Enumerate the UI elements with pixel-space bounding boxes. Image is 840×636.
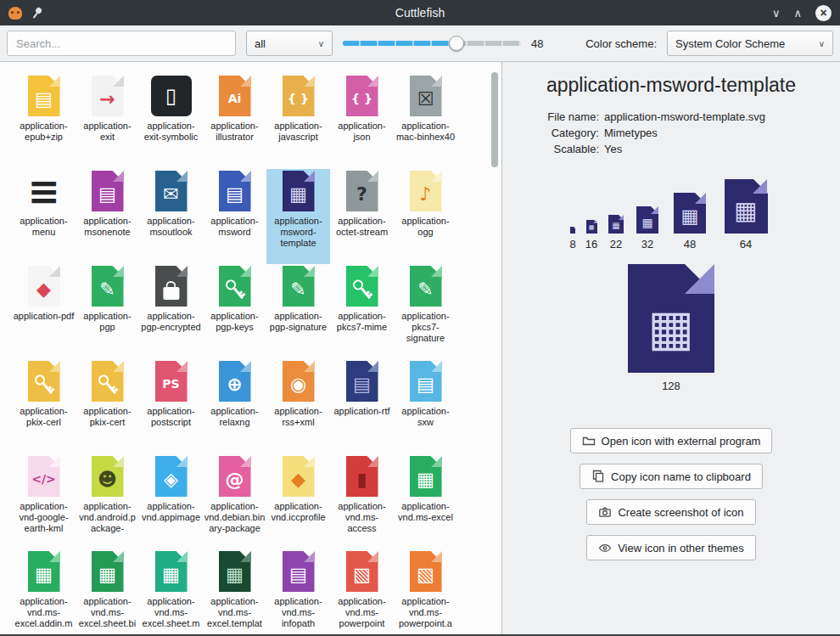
- button-label: View icon in other themes: [618, 542, 744, 554]
- icon-grid-item[interactable]: ▯application-exit-symbolic: [139, 74, 203, 169]
- emblem-glyph: Ai: [215, 93, 255, 104]
- icon-grid-item[interactable]: ▤application-msonenote: [76, 169, 139, 264]
- page-fold: [49, 361, 60, 372]
- icon-label: application-postscript: [141, 406, 202, 428]
- icon-size-slider[interactable]: [343, 35, 521, 52]
- icon-grid-item[interactable]: ▦application-vnd.ms-excel.addin.m: [12, 549, 76, 634]
- page-fold: [304, 171, 315, 182]
- open-external-button[interactable]: Open icon with external program: [570, 428, 773, 453]
- app-icon[interactable]: [8, 7, 22, 20]
- icon-label: application-vnd.ms-powerpoint: [332, 596, 393, 629]
- page-fold: [651, 206, 658, 214]
- icon-grid-item[interactable]: ▦application-msword-template: [266, 169, 330, 264]
- page-fold: [685, 264, 714, 294]
- icon-grid-item[interactable]: { }application-json: [330, 74, 394, 169]
- page-fold: [176, 456, 188, 467]
- icon-grid-item[interactable]: application-pkix-cert: [76, 359, 139, 454]
- preview-icon-64: ▦: [719, 179, 773, 234]
- icon-label: application-ogg: [395, 216, 456, 238]
- application-pgp-signature-icon: ✎: [278, 266, 319, 307]
- icon-grid-item[interactable]: ◆application-pdf: [12, 264, 76, 359]
- application-rtf-icon: ▤: [342, 361, 383, 402]
- icon-grid-item[interactable]: ◉application-rss+xml: [266, 359, 330, 454]
- icon-label: application-exit: [77, 121, 138, 143]
- icon-grid-item[interactable]: ✎application-pkcs7-signature: [394, 264, 457, 359]
- detail-title: application-msword-template: [546, 74, 796, 97]
- app-icon-eye: [17, 11, 20, 14]
- icon-grid-item[interactable]: PSapplication-postscript: [139, 359, 203, 454]
- icon-grid-item[interactable]: ▧application-vnd.ms-powerpoint.a: [394, 549, 457, 634]
- icon-grid-item[interactable]: ▤application-sxw: [394, 359, 457, 454]
- icon-grid-item[interactable]: ?application-octet-stream: [330, 169, 394, 264]
- icon-label: application-vnd-google-earth-kml: [14, 501, 75, 534]
- icon-grid-item[interactable]: application-pkix-cerl: [12, 359, 76, 454]
- preview-icon-128: ▦: [617, 264, 725, 373]
- application-pdf-icon: ◆: [24, 266, 64, 307]
- emblem-glyph: ▤: [278, 566, 319, 584]
- color-scheme-dropdown[interactable]: System Color Scheme ∨: [667, 31, 833, 56]
- icon-grid-item[interactable]: { }application-javascript: [266, 74, 330, 169]
- icon-grid-item[interactable]: ✎application-pgp: [76, 264, 139, 359]
- icon-grid-item[interactable]: ◈application-vnd.appimage: [139, 454, 203, 549]
- icon-label: application-mac-binhex40: [395, 121, 456, 143]
- application-vnd.ms-powerpoint-icon: ▧: [342, 551, 383, 592]
- application-mac-binhex40-icon: ☒: [406, 76, 446, 116]
- emblem-glyph: ▦: [278, 185, 319, 204]
- preview-icon-8: [569, 227, 576, 234]
- emblem-glyph: ?: [342, 185, 383, 204]
- detail-field-label: Category:: [516, 127, 599, 139]
- icon-grid-item[interactable]: application-pgp-encrypted: [139, 264, 203, 359]
- page-fold: [176, 361, 188, 372]
- category-filter-dropdown[interactable]: all ∨: [246, 31, 333, 56]
- icon-grid-item[interactable]: ◆application-vnd.iccprofile: [266, 454, 330, 549]
- icon-label: application-pgp-keys: [204, 311, 266, 333]
- emblem-glyph: ▧: [406, 566, 446, 584]
- scrollbar-handle[interactable]: [491, 72, 498, 167]
- icon-grid-item[interactable]: ▦application-vnd.ms-excel.templat: [203, 549, 266, 634]
- application-vnd.ms-excel.addin.m-icon: ▦: [24, 551, 64, 592]
- application-vnd.ms-excel.sheet.bi-icon: ▦: [87, 551, 128, 592]
- icon-grid-item[interactable]: ▦application-vnd.ms-excel.sheet.m: [139, 549, 203, 634]
- icon-grid-item[interactable]: ▮application-vnd.ms-access: [330, 454, 394, 549]
- detail-buttons: Open icon with external programCopy icon…: [570, 428, 773, 560]
- icon-grid-item[interactable]: →application-exit: [76, 74, 139, 169]
- page-fold: [113, 456, 124, 467]
- preview-icon-22: ▦: [607, 215, 625, 234]
- page-fold: [49, 551, 60, 562]
- search-input[interactable]: [7, 31, 236, 56]
- application-pkix-cert-icon: [87, 361, 128, 402]
- icon-grid-item[interactable]: ☻application-vnd.android.package-: [76, 454, 139, 549]
- page-fold: [367, 551, 378, 562]
- copy-name-button[interactable]: Copy icon name to clipboard: [580, 464, 763, 489]
- application-msoutlook-icon: ✉: [151, 171, 192, 211]
- icon-grid-item[interactable]: Aiapplication-illustrator: [203, 74, 266, 169]
- icon-grid-item[interactable]: ✎application-pgp-signature: [266, 264, 330, 359]
- page-fold: [367, 266, 378, 277]
- icon-grid-item[interactable]: </>application-vnd-google-earth-kml: [12, 454, 76, 549]
- maximize-button[interactable]: ∧: [793, 8, 802, 19]
- icon-grid-item[interactable]: ⊕application-relaxng: [203, 359, 266, 454]
- slider-handle[interactable]: [449, 36, 464, 51]
- icon-grid-item[interactable]: @application-vnd.debian.binary-package: [203, 454, 266, 549]
- icon-grid-item[interactable]: ▧application-vnd.ms-powerpoint: [330, 549, 394, 634]
- icon-grid-item[interactable]: ▤application-vnd.ms-infopath: [266, 549, 330, 634]
- icon-grid-item[interactable]: application-pkcs7-mime: [330, 264, 394, 359]
- view-other-themes-button[interactable]: View icon in other themes: [586, 535, 756, 560]
- icon-grid-item[interactable]: ▦application-vnd.ms-excel.sheet.bi: [76, 549, 139, 634]
- icon-grid-item[interactable]: ≡application-menu: [12, 169, 76, 264]
- icon-grid-item[interactable]: ▦application-vnd.ms-excel: [394, 454, 457, 549]
- icon-grid-item[interactable]: ▤application-rtf: [330, 359, 394, 454]
- icon-grid-item[interactable]: ▤application-msword: [203, 169, 266, 264]
- icon-grid-item[interactable]: ☒application-mac-binhex40: [394, 74, 457, 169]
- minimize-button[interactable]: ∨: [772, 8, 781, 19]
- icon-grid-item[interactable]: ▤application-epub+zip: [12, 74, 76, 169]
- pin-icon[interactable]: [28, 4, 45, 21]
- application-json-icon: { }: [342, 76, 383, 116]
- scrollbar[interactable]: [490, 69, 499, 628]
- emblem-glyph: ◆: [24, 280, 64, 299]
- close-button[interactable]: ×: [815, 5, 832, 21]
- icon-grid-item[interactable]: ♪application-ogg: [394, 169, 457, 264]
- icon-grid-item[interactable]: application-pgp-keys: [203, 264, 266, 359]
- icon-grid-item[interactable]: ✉application-msoutlook: [139, 169, 203, 264]
- screenshot-button[interactable]: Create screenshot of icon: [586, 499, 755, 525]
